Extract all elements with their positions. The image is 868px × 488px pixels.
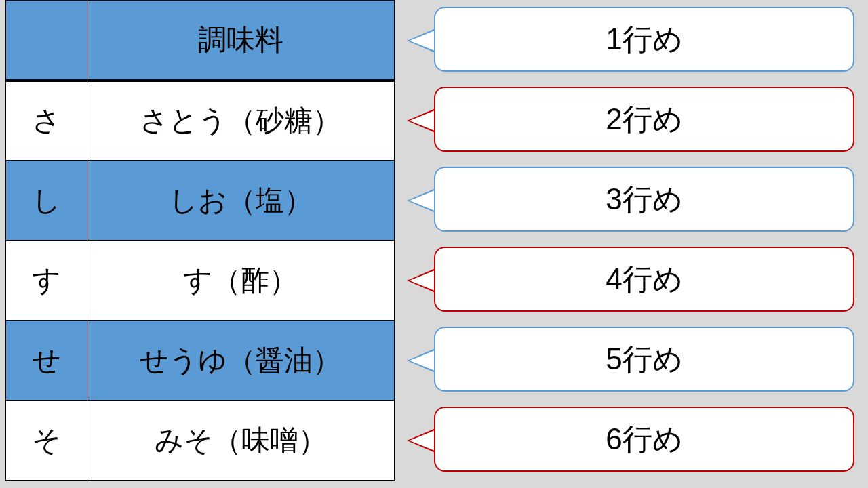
row-callout: 4行め: [434, 247, 854, 312]
callout-tail-fill: [410, 190, 435, 211]
callout-tail-fill: [410, 110, 435, 131]
row-callout: 5行め: [434, 327, 854, 392]
table-row: せ せうゆ（醤油）: [6, 321, 395, 401]
callout-label: 5行め: [606, 340, 682, 380]
table-header-row: 調味料: [6, 1, 395, 81]
kana-cell: そ: [6, 401, 87, 481]
table-row: さ さとう（砂糖）: [6, 81, 395, 161]
callout-label: 2行め: [606, 100, 682, 140]
row-callout: 3行め: [434, 167, 854, 232]
callout-tail-fill: [410, 350, 435, 371]
row-callout: 6行め: [434, 407, 854, 472]
callout-label: 4行め: [606, 260, 682, 300]
callout-label: 6行め: [606, 420, 682, 460]
callout-tail-fill: [410, 270, 435, 291]
name-cell: さとう（砂糖）: [87, 81, 394, 161]
callout-label: 3行め: [606, 180, 682, 220]
kana-cell: す: [6, 241, 87, 321]
table-row: す す（酢）: [6, 241, 395, 321]
callout-tail-fill: [410, 430, 435, 451]
seasoning-table: 調味料 さ さとう（砂糖） し しお（塩） す す（酢） せ せうゆ（醤油） そ…: [5, 0, 395, 481]
header-name-cell: 調味料: [87, 1, 394, 81]
table-row: し しお（塩）: [6, 161, 395, 241]
table-row: そ みそ（味噌）: [6, 401, 395, 481]
callout-label: 1行め: [606, 20, 682, 60]
name-cell: す（酢）: [87, 241, 394, 321]
kana-cell: さ: [6, 81, 87, 161]
name-cell: しお（塩）: [87, 161, 394, 241]
kana-cell: し: [6, 161, 87, 241]
name-cell: みそ（味噌）: [87, 401, 394, 481]
row-callout: 2行め: [434, 87, 854, 152]
kana-cell: せ: [6, 321, 87, 401]
row-callout: 1行め: [434, 7, 854, 72]
header-kana-cell: [6, 1, 87, 81]
diagram-stage: 調味料 さ さとう（砂糖） し しお（塩） す す（酢） せ せうゆ（醤油） そ…: [0, 0, 868, 488]
callout-tail-fill: [410, 30, 435, 51]
name-cell: せうゆ（醤油）: [87, 321, 394, 401]
